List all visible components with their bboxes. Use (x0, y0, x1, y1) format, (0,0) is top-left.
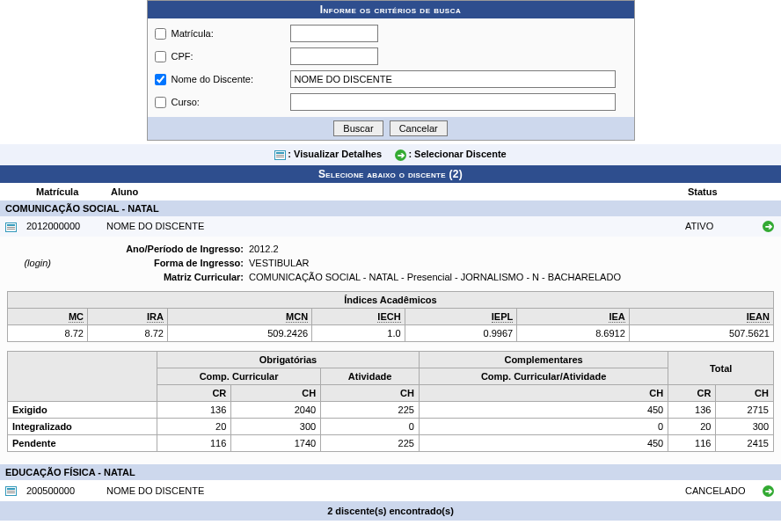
cpf-input[interactable] (290, 47, 378, 65)
cpf-label: CPF: (172, 51, 290, 62)
student-matricula: 2012000000 (23, 221, 106, 231)
forma-value: VESTIBULAR (249, 258, 774, 268)
column-headers: Matrícula Aluno Status (0, 183, 781, 200)
buscar-button[interactable]: Buscar (333, 120, 383, 136)
indices-table: Índices Acadêmicos MC IRA MCN IECH IEPL … (7, 291, 774, 342)
details-icon (274, 150, 286, 160)
details-icon[interactable] (5, 486, 17, 496)
curso-input[interactable] (290, 93, 616, 111)
details-icon[interactable] (5, 222, 17, 232)
matriz-label: Matriz Curricular: (7, 272, 249, 282)
hours-table: Obrigatórias Complementares Total Comp. … (7, 351, 774, 452)
curso-checkbox[interactable] (155, 97, 166, 108)
col-status: Status (688, 186, 776, 197)
select-student-icon[interactable]: ➔ (763, 485, 774, 497)
matricula-input[interactable] (290, 25, 378, 42)
forma-label: Forma de Ingresso: (60, 258, 249, 268)
table-row: Exigido 136 2040 225 450 136 2715 (8, 402, 774, 419)
ano-value: 2012.2 (249, 244, 774, 254)
student-matricula: 200500000 (23, 485, 106, 496)
cancelar-button[interactable]: Cancelar (390, 120, 448, 136)
table-row: Pendente 116 1740 225 450 116 2415 (8, 435, 774, 452)
student-status: CANCELADO (685, 485, 760, 496)
matriz-value: COMUNICAÇÃO SOCIAL - NATAL - Presencial … (249, 272, 774, 282)
nome-input[interactable] (290, 70, 616, 88)
student-name: NOME DO DISCENTE (106, 485, 685, 496)
search-header: Informe os critérios de busca (148, 1, 634, 18)
select-header: Selecione abaixo o discente (2) (0, 165, 781, 183)
nome-label: Nome do Discente: (172, 74, 290, 84)
student-row-1[interactable]: 2012000000 NOME DO DISCENTE ATIVO ➔ (0, 216, 781, 237)
login-label: (login) (7, 258, 60, 268)
matricula-checkbox[interactable] (155, 28, 166, 40)
student-status: ATIVO (685, 221, 760, 231)
student-details: Ano/Período de Ingresso: 2012.2 (login) … (0, 237, 781, 464)
col-aluno: Aluno (111, 186, 688, 197)
col-matricula: Matrícula (36, 186, 111, 197)
search-criteria-panel: Informe os critérios de busca Matrícula:… (147, 0, 635, 141)
result-count: 2 discente(s) encontrado(s) (0, 501, 781, 521)
legend-bar: : Visualizar Detalhes ➔: Selecionar Disc… (0, 144, 781, 165)
student-row-2[interactable]: 200500000 NOME DO DISCENTE CANCELADO ➔ (0, 480, 781, 501)
select-student-icon[interactable]: ➔ (763, 221, 774, 232)
matricula-label: Matrícula: (172, 28, 290, 39)
select-icon: ➔ (395, 149, 406, 161)
curso-label: Curso: (172, 97, 290, 107)
student-name: NOME DO DISCENTE (106, 221, 685, 231)
course-title-2: EDUCAÇÃO FÍSICA - NATAL (0, 464, 781, 480)
cpf-checkbox[interactable] (155, 51, 166, 62)
course-title-1: COMUNICAÇÃO SOCIAL - NATAL (0, 200, 781, 216)
ano-label: Ano/Período de Ingresso: (7, 244, 249, 254)
table-row: Integralizado 20 300 0 0 20 300 (8, 419, 774, 435)
nome-checkbox[interactable] (155, 74, 166, 85)
